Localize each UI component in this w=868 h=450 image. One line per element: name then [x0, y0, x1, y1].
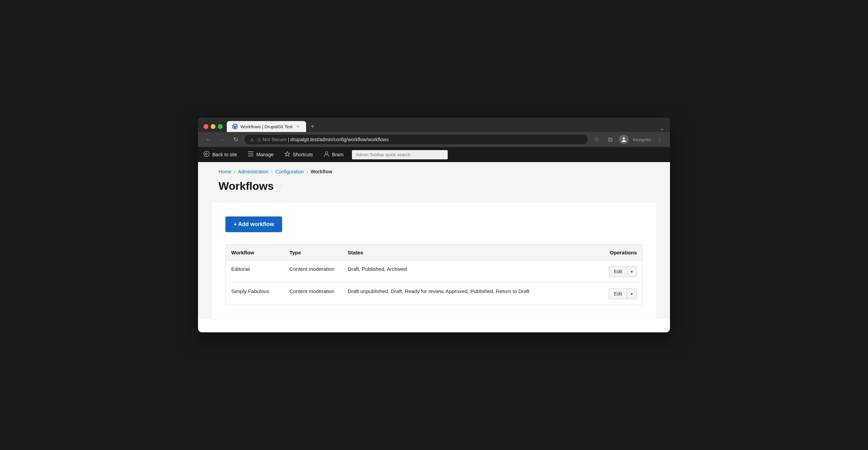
manage-button[interactable]: Manage — [242, 147, 279, 162]
maximize-window-button[interactable] — [218, 124, 223, 129]
user-label: Bram — [332, 152, 343, 157]
new-tab-button[interactable]: + — [307, 121, 317, 132]
back-to-site-label: Back to site — [212, 152, 237, 157]
workflow-name-simply-fabulous: Simply Fabulous — [226, 283, 284, 305]
edit-editorial-dropdown-button[interactable]: ▾ — [627, 266, 637, 277]
svg-point-1 — [623, 137, 625, 140]
browser-menu-button[interactable]: ⋮ — [655, 135, 665, 144]
tab-bar: Workflows | DrupalGit Test × + ⌄ — [227, 121, 665, 132]
svg-rect-4 — [248, 154, 253, 154]
page-content: Home › Administration › Configuration › … — [198, 162, 670, 319]
search-input[interactable] — [352, 150, 448, 159]
workflow-states-editorial: Draft, Published, Archived — [342, 261, 584, 283]
edit-btn-group-simply-fabulous: Edit ▾ — [590, 288, 637, 299]
workflows-table: Workflow Type States Operations Editoria… — [225, 244, 643, 305]
url-text: ⚠ Not Secure | drupalgit.test/admin/conf… — [257, 137, 582, 142]
table-row: Editorial Content moderation Draft, Publ… — [226, 261, 643, 283]
table-row: Simply Fabulous Content moderation Draft… — [226, 283, 643, 305]
incognito-label: Incognito — [633, 137, 651, 142]
shortcuts-button[interactable]: Shortcuts — [279, 147, 318, 162]
shortcuts-icon — [285, 151, 290, 158]
tab-title: Workflows | DrupalGit Test — [240, 124, 292, 129]
breadcrumb-sep-2: › — [271, 169, 273, 174]
add-workflow-button[interactable]: + Add workflow — [225, 216, 282, 232]
workflow-states-simply-fabulous: Draft unpublished, Draft, Ready for revi… — [342, 283, 584, 305]
active-tab[interactable]: Workflows | DrupalGit Test × — [227, 121, 306, 132]
breadcrumb-administration[interactable]: Administration — [238, 169, 268, 174]
svg-rect-5 — [248, 156, 253, 156]
url-bar[interactable]: ⚠ ⚠ Not Secure | drupalgit.test/admin/co… — [245, 135, 588, 144]
breadcrumb-current: Workflow — [311, 169, 332, 174]
col-header-workflow: Workflow — [226, 245, 284, 261]
page-title-area: Workflows ☆ — [198, 177, 670, 203]
manage-label: Manage — [256, 152, 274, 157]
edit-btn-group-editorial: Edit ▾ — [590, 266, 637, 277]
breadcrumb-configuration[interactable]: Configuration — [275, 169, 304, 174]
shortcuts-label: Shortcuts — [293, 152, 313, 157]
user-button[interactable]: Bram — [318, 147, 349, 162]
svg-marker-6 — [285, 151, 290, 156]
breadcrumb: Home › Administration › Configuration › … — [219, 169, 649, 174]
edit-editorial-button[interactable]: Edit — [609, 266, 627, 277]
col-header-operations: Operations — [584, 245, 643, 261]
tab-close-button[interactable]: × — [295, 124, 301, 129]
table-body: Editorial Content moderation Draft, Publ… — [226, 261, 643, 305]
title-bar: Workflows | DrupalGit Test × + ⌄ — [198, 118, 670, 132]
not-secure-label: ⚠ Not Secure — [257, 137, 287, 142]
forward-button[interactable]: → — [217, 135, 227, 144]
content-card: + Add workflow Workflow Type States Oper… — [212, 203, 656, 319]
breadcrumb-area: Home › Administration › Configuration › … — [198, 162, 670, 174]
workflow-name-editorial: Editorial — [226, 261, 284, 283]
url-domain: drupalgit.test/admin/config/workflow/wor… — [290, 137, 389, 142]
security-icon: ⚠ — [250, 137, 254, 142]
table-header: Workflow Type States Operations — [226, 245, 643, 261]
back-to-site-button[interactable]: Back to site — [198, 147, 242, 162]
page-title: Workflows — [219, 180, 274, 193]
address-bar: ← → ↻ ⚠ ⚠ Not Secure | drupalgit.test/ad… — [198, 132, 670, 147]
back-to-site-icon — [203, 151, 210, 158]
close-window-button[interactable] — [203, 124, 208, 129]
admin-toolbar: Back to site Manage Shortcuts Bram — [198, 147, 670, 162]
svg-point-7 — [326, 152, 328, 154]
tab-favicon — [232, 124, 238, 129]
bookmark-button[interactable]: ☆ — [592, 135, 601, 144]
refresh-button[interactable]: ↻ — [231, 135, 240, 144]
user-icon — [324, 151, 329, 158]
edit-simply-fabulous-button[interactable]: Edit — [609, 288, 627, 299]
minimize-window-button[interactable] — [211, 124, 215, 129]
svg-rect-3 — [248, 151, 253, 152]
breadcrumb-sep-1: › — [234, 169, 235, 174]
edit-simply-fabulous-dropdown-button[interactable]: ▾ — [627, 289, 637, 299]
breadcrumb-sep-3: › — [306, 169, 308, 174]
tab-overflow-button[interactable]: ⌄ — [659, 124, 665, 132]
workflow-type-editorial: Content moderation — [284, 261, 342, 283]
manage-icon — [248, 151, 253, 158]
browser-window: Workflows | DrupalGit Test × + ⌄ ← → ↻ ⚠… — [198, 118, 670, 332]
toolbar-search — [349, 147, 670, 162]
col-header-states: States — [342, 245, 584, 261]
col-header-type: Type — [284, 245, 342, 261]
window-controls — [203, 124, 223, 129]
workflow-operations-editorial: Edit ▾ — [584, 261, 643, 283]
workflow-type-simply-fabulous: Content moderation — [284, 283, 342, 305]
workflow-operations-simply-fabulous: Edit ▾ — [584, 283, 643, 305]
split-view-button[interactable]: ⧉ — [605, 135, 615, 144]
profile-button[interactable] — [619, 135, 629, 144]
favorite-button[interactable]: ☆ — [278, 182, 285, 191]
breadcrumb-home[interactable]: Home — [219, 169, 231, 174]
back-button[interactable]: ← — [203, 135, 213, 144]
